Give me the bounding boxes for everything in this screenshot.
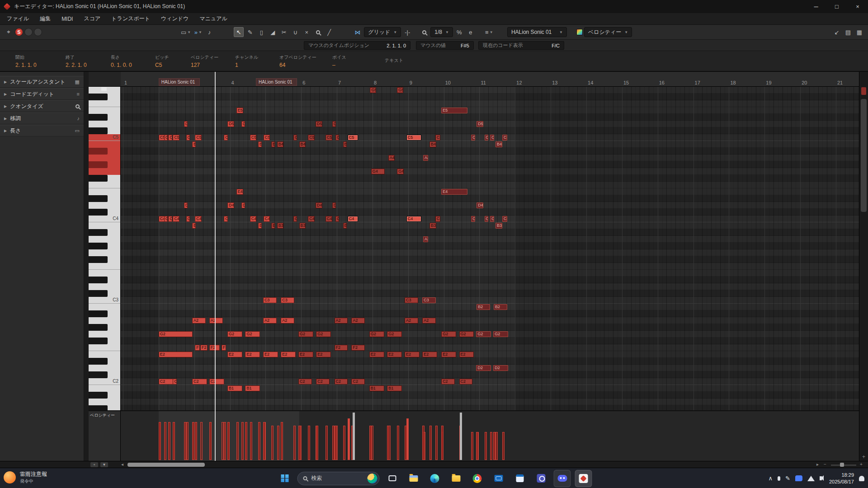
velocity-bar[interactable]: [493, 432, 495, 460]
midi-note[interactable]: C3: [405, 297, 418, 303]
velocity-bar[interactable]: [293, 426, 296, 460]
record-in-editor-button[interactable]: [24, 28, 33, 36]
scroll-left-arrow[interactable]: ◂: [121, 462, 123, 467]
velocity-bar[interactable]: [245, 422, 247, 460]
black-key[interactable]: [89, 371, 120, 378]
midi-note[interactable]: G5: [370, 87, 376, 93]
midi-note[interactable]: A2: [263, 318, 277, 324]
chevron-up-icon[interactable]: ∧: [769, 475, 773, 482]
taskbar-file-explorer-button[interactable]: [405, 470, 422, 487]
menu-item-5[interactable]: ウィンドウ: [156, 14, 193, 24]
midi-note[interactable]: C2: [298, 379, 312, 385]
velocity-bar[interactable]: [502, 432, 505, 460]
white-key[interactable]: [89, 283, 120, 290]
midi-note[interactable]: F: [195, 345, 200, 351]
midi-note[interactable]: C4: [308, 216, 315, 222]
midi-note[interactable]: B1: [387, 385, 402, 391]
midi-note[interactable]: C4: [173, 216, 179, 222]
taskbar-clock[interactable]: 18:29 2025/08/17: [829, 472, 854, 485]
snap-toggle-button[interactable]: ⋈: [353, 27, 363, 37]
midi-note[interactable]: D5: [316, 121, 322, 127]
vertical-zoom-plus[interactable]: +: [859, 454, 868, 460]
zoom-slider-handle[interactable]: [840, 463, 844, 467]
velocity-bar[interactable]: [343, 426, 345, 460]
midi-note[interactable]: C5: [195, 135, 202, 141]
velocity-bar[interactable]: [387, 426, 389, 460]
midi-note[interactable]: C3: [263, 297, 277, 303]
midi-note[interactable]: C5: [308, 135, 315, 141]
midi-note[interactable]: C4: [195, 216, 202, 222]
midi-note[interactable]: C2: [209, 379, 224, 385]
info-field-0[interactable]: 開始2. 1. 1. 0: [15, 51, 66, 71]
velocity-bar[interactable]: [173, 422, 175, 460]
white-key[interactable]: [89, 100, 120, 107]
white-key[interactable]: [89, 304, 120, 310]
midi-note[interactable]: F2: [200, 345, 208, 351]
midi-note[interactable]: C: [490, 216, 494, 222]
midi-note[interactable]: G2: [387, 331, 402, 337]
zoom-out-button[interactable]: −: [824, 462, 826, 467]
midi-note[interactable]: C4: [406, 216, 421, 222]
midi-note[interactable]: C2: [335, 379, 348, 385]
midi-note[interactable]: B4: [299, 141, 306, 147]
midi-note[interactable]: B3: [277, 223, 284, 229]
midi-note[interactable]: C5: [264, 135, 270, 141]
velocity-bar[interactable]: [186, 422, 189, 460]
velocity-bar[interactable]: [192, 422, 194, 460]
timeline-ruler[interactable]: 123456789101112131415161718192021HALion …: [121, 72, 859, 87]
midi-note[interactable]: D4: [476, 202, 483, 208]
vertical-scroll-thumb[interactable]: [861, 99, 867, 212]
white-key[interactable]: [89, 317, 120, 324]
midi-note[interactable]: E4: [441, 189, 467, 195]
midi-note[interactable]: C: [168, 216, 172, 222]
black-key[interactable]: [89, 243, 120, 249]
midi-note[interactable]: E2: [316, 352, 331, 357]
white-key[interactable]: [89, 188, 120, 195]
menu-item-6[interactable]: マニュアル: [194, 14, 232, 24]
sidebar-panel-1[interactable]: ▶コードエディット≡: [0, 88, 84, 100]
horizontal-scroll-thumb[interactable]: [127, 463, 205, 467]
midi-note[interactable]: B3: [299, 223, 306, 229]
velocity-bar[interactable]: [168, 422, 170, 460]
midi-note[interactable]: G2: [245, 331, 260, 337]
taskbar-outlook-button[interactable]: [490, 470, 507, 487]
velocity-bar[interactable]: [397, 426, 399, 460]
taskbar-folder-button[interactable]: [448, 470, 465, 487]
menu-item-3[interactable]: スコア: [79, 14, 105, 24]
midi-note[interactable]: B1: [227, 385, 242, 391]
midi-note[interactable]: C2: [351, 379, 365, 385]
split-tool[interactable]: ✂: [279, 27, 289, 37]
midi-note[interactable]: C: [335, 135, 339, 141]
midi-note[interactable]: G2: [369, 331, 384, 337]
midi-note[interactable]: A2: [281, 318, 294, 324]
part-name-tab[interactable]: HALion Sonic 01: [159, 78, 200, 86]
midi-note[interactable]: E4: [236, 189, 243, 195]
midi-note[interactable]: D5: [476, 121, 483, 127]
midi-note[interactable]: D: [241, 202, 245, 208]
midi-note[interactable]: E2: [227, 352, 242, 357]
midi-note[interactable]: C: [224, 135, 227, 141]
white-key[interactable]: [89, 249, 120, 256]
expand-arrow-icon[interactable]: ▶: [4, 117, 7, 121]
white-key[interactable]: [89, 399, 120, 405]
expand-arrow-icon[interactable]: ▶: [4, 92, 7, 96]
midi-note[interactable]: C2: [459, 379, 473, 385]
midi-note[interactable]: G5: [397, 87, 403, 93]
vertical-scrollbar[interactable]: +: [859, 72, 868, 461]
midi-note[interactable]: E2: [422, 352, 437, 357]
menu-item-0[interactable]: ファイル: [2, 14, 34, 24]
midi-note[interactable]: C5: [348, 135, 358, 141]
black-key[interactable]: [89, 127, 120, 134]
feedback-speaker-button[interactable]: ♪: [204, 27, 214, 37]
velocity-bar-ghost[interactable]: [460, 413, 462, 460]
white-key[interactable]: [89, 202, 120, 209]
velocity-bar[interactable]: [441, 426, 443, 460]
midi-note[interactable]: C: [186, 216, 190, 222]
velocity-bar[interactable]: [277, 426, 279, 460]
note-layers-button[interactable]: ≡▼: [484, 27, 494, 37]
midi-note[interactable]: D: [184, 121, 188, 127]
midi-note[interactable]: C: [502, 216, 507, 222]
black-key[interactable]: [89, 209, 120, 216]
midi-note[interactable]: C: [485, 135, 488, 141]
midi-note[interactable]: A2: [422, 318, 436, 324]
